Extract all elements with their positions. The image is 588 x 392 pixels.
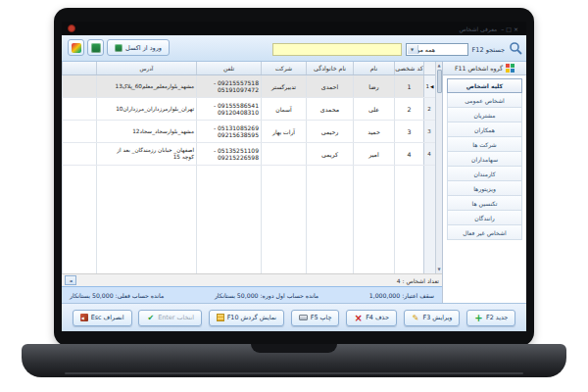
scroll-up-icon[interactable]: ▲ <box>437 62 440 70</box>
cell-phone: - 0915558654109120408310 <box>196 98 261 120</box>
paint-icon <box>72 43 81 53</box>
sidebar-item[interactable]: همکاران <box>447 122 522 137</box>
close-window-dot[interactable] <box>68 24 75 32</box>
search-input[interactable] <box>272 43 402 56</box>
sidebar-item[interactable]: اشخاص عمومی <box>447 93 522 108</box>
cell-company <box>261 143 306 165</box>
scroll-down-icon[interactable]: ▼ <box>437 266 440 273</box>
col-header-address[interactable]: آدرس <box>96 62 196 74</box>
row-selector-cell[interactable] <box>423 166 435 273</box>
cell-address: مشهد_بلوارسجاد_سجاد12 <box>96 121 196 142</box>
sidebar-item-label: اشخاص غیر فعال <box>463 229 506 236</box>
pencil-icon <box>412 314 420 322</box>
cell-code: 1 <box>394 75 423 97</box>
cell-family: کریمی <box>306 143 353 165</box>
sidebar-item-label: مشتریان <box>474 112 496 119</box>
record-navigator-icon[interactable]: ◄ <box>65 275 76 285</box>
sidebar-header: گروه اشخاص F11 <box>443 62 526 75</box>
main-area: کد شخصی نام نام خانوادگی شرکت تلفن آدرس … <box>62 62 526 303</box>
col-header-code[interactable]: کد شخصی <box>394 62 423 74</box>
action-button-label: چاپ F5 <box>311 314 332 321</box>
col-header-company[interactable]: شرکت <box>261 62 306 74</box>
action-select-button[interactable]: انتخاب Enter <box>138 310 202 326</box>
persons-grid: کد شخصی نام نام خانوادگی شرکت تلفن آدرس … <box>62 62 442 273</box>
sidebar-item[interactable]: سهامداران <box>447 152 522 167</box>
action-edit-button[interactable]: ویرایش F3 <box>404 310 461 326</box>
sidebar-item-label: اشخاص عمومی <box>465 97 505 104</box>
table-header-row: کد شخصی نام نام خانوادگی شرکت تلفن آدرس <box>62 62 435 75</box>
col-header-family[interactable]: نام خانوادگی <box>306 62 353 74</box>
sidebar-item-label: شرکت ها <box>472 141 496 148</box>
action-button-label: انصراف Esc <box>91 314 124 321</box>
table-row[interactable]: 3 3 حمید رحیمی آرات بهار - 0513108526909… <box>62 121 435 143</box>
cell-address: مشهد_بلوارمعلم_معلم60_پلاک13 <box>96 75 196 97</box>
sidebar-item[interactable]: تکنسین ها <box>447 196 522 211</box>
action-button-label: انتخاب Enter <box>158 314 194 321</box>
plus-icon <box>474 314 483 322</box>
titlebar: معرفی اشخاص –□× <box>62 22 526 35</box>
action-print-button[interactable]: چاپ F5 <box>291 310 340 326</box>
col-header-phone[interactable]: تلفن <box>196 62 261 74</box>
table-body: ◀ 1 1 رضا احمدی تدبیرگستر - 092155575180… <box>62 75 435 273</box>
table-row[interactable]: 2 2 علی محمدی آسمان - 091555865410912040… <box>62 98 435 121</box>
action-delete-button[interactable]: حذف F4 <box>346 310 397 326</box>
excel-icon <box>91 43 101 53</box>
sidebar-list: کلیه اشخاص اشخاص عمومی مشتریان همکاران ش… <box>443 75 526 303</box>
import-excel-button[interactable]: ورود از اکسل <box>107 39 170 56</box>
excel-import-icon <box>115 44 122 52</box>
row-selector-cell[interactable]: 2 <box>423 98 435 120</box>
window-controls[interactable]: –□× <box>501 25 520 32</box>
x-icon <box>354 314 363 322</box>
sidebar-item[interactable]: کلیه اشخاص <box>447 78 522 93</box>
export-excel-button[interactable] <box>87 39 104 56</box>
format-color-button[interactable] <box>68 39 84 56</box>
col-header-filler <box>62 62 96 74</box>
row-selector-header <box>423 62 435 74</box>
sidebar-item[interactable]: رانندگان <box>447 211 522 225</box>
laptop-notch <box>251 344 337 353</box>
row-selector-cell[interactable]: 3 <box>423 121 435 142</box>
cell-family <box>306 166 353 273</box>
cell-phone: - 0513525110909215226598 <box>196 143 261 165</box>
cell-name: حمید <box>353 121 394 142</box>
sidebar-item-label: همکاران <box>474 126 495 133</box>
table-row[interactable]: 4 4 امیر کریمی - 0513525110909215226598 … <box>62 143 435 166</box>
action-button-label: حذف F4 <box>366 314 389 321</box>
row-selector-cell[interactable]: 4 <box>423 143 435 165</box>
import-excel-label: ورود از اکسل <box>125 44 162 52</box>
table-row[interactable]: ◀ 1 1 رضا احمدی تدبیرگستر - 092155575180… <box>62 75 435 98</box>
chevron-down-icon: ▼ <box>408 45 418 54</box>
scrollbar-thumb[interactable] <box>437 70 442 93</box>
persons-count: تعداد اشخاص : 4 <box>397 277 439 284</box>
cell-company: آسمان <box>261 98 306 120</box>
sidebar-item[interactable]: اشخاص غیر فعال <box>447 225 522 240</box>
cell-family: رحیمی <box>306 121 353 142</box>
search-icon <box>509 40 522 59</box>
cell-filler <box>62 98 96 120</box>
cell-name: رضا <box>353 75 394 97</box>
ledger-icon <box>217 314 224 321</box>
row-selector-cell[interactable]: ◀ 1 <box>423 75 435 97</box>
col-header-name[interactable]: نام <box>353 62 394 74</box>
search-scope-dropdown[interactable]: همه موارد ▼ <box>406 43 468 56</box>
cell-phone: - 0513108526909215638595 <box>196 121 261 142</box>
grid-icon <box>506 64 514 74</box>
sidebar-item-label: ویزیتورها <box>473 185 496 192</box>
sidebar-item[interactable]: شرکت ها <box>447 137 522 152</box>
cell-filler <box>62 121 96 142</box>
cell-filler <box>62 75 96 97</box>
vertical-scrollbar[interactable]: ▲ ▼ <box>435 62 442 273</box>
sidebar-item-label: تکنسین ها <box>472 200 498 207</box>
cell-code <box>394 166 423 273</box>
table-row <box>62 166 435 273</box>
search-label: جستجو F12 <box>472 46 505 54</box>
sidebar-item[interactable]: کارمندان <box>447 167 522 181</box>
action-new-button[interactable]: جدید F2 <box>466 310 515 326</box>
sidebar-item-label: رانندگان <box>474 215 495 221</box>
cell-name <box>353 166 394 273</box>
action-turnover-button[interactable]: نمایش گردش F10 <box>209 310 284 326</box>
action-cancel-button[interactable]: انصراف Esc <box>73 310 132 326</box>
sidebar-item[interactable]: ویزیتورها <box>447 181 522 196</box>
close-icon: × <box>514 25 520 32</box>
sidebar-item[interactable]: مشتریان <box>447 108 522 122</box>
